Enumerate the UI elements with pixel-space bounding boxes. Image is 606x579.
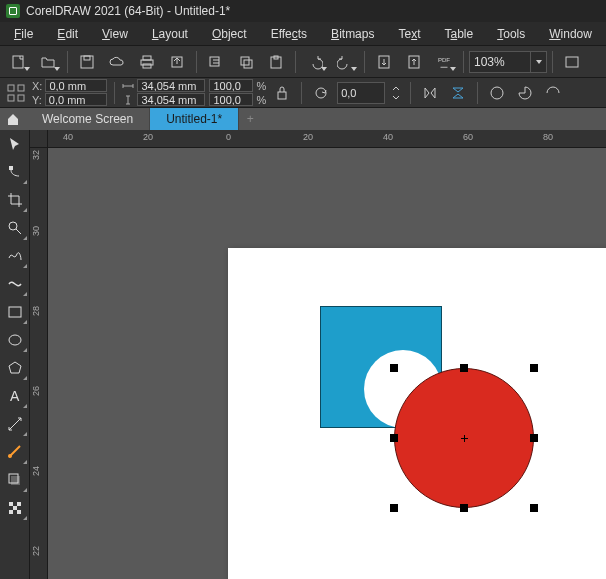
property-separator bbox=[410, 82, 411, 104]
menu-view[interactable]: View bbox=[92, 24, 138, 44]
drawing-canvas[interactable] bbox=[48, 148, 606, 579]
fullscreen-button[interactable] bbox=[558, 49, 586, 75]
menu-layout[interactable]: Layout bbox=[142, 24, 198, 44]
canvas-area[interactable]: 40 20 0 20 40 60 80 1 32 30 28 26 24 22 bbox=[30, 130, 606, 579]
home-tab[interactable] bbox=[0, 108, 26, 130]
save-button[interactable] bbox=[73, 49, 101, 75]
ellipse-button[interactable] bbox=[485, 81, 509, 105]
menu-window[interactable]: Window bbox=[539, 24, 602, 44]
selection-handle-bl[interactable] bbox=[390, 504, 398, 512]
print-button[interactable] bbox=[133, 49, 161, 75]
menu-file[interactable]: File bbox=[4, 24, 43, 44]
selection-handle-ml[interactable] bbox=[390, 434, 398, 442]
ruler-tick: 80 bbox=[543, 132, 553, 142]
svg-rect-16 bbox=[8, 85, 14, 91]
arc-button[interactable] bbox=[541, 81, 565, 105]
ruler-tick: 26 bbox=[31, 386, 41, 396]
zoom-input[interactable] bbox=[469, 51, 531, 73]
position-group: X: Y: bbox=[32, 79, 107, 106]
zoom-level[interactable] bbox=[469, 51, 547, 73]
scale-y-input[interactable] bbox=[209, 93, 253, 106]
undo-button[interactable] bbox=[301, 49, 329, 75]
copy-button[interactable] bbox=[232, 49, 260, 75]
menu-bar: File Edit View Layout Object Effects Bit… bbox=[0, 22, 606, 46]
artistic-media-tool[interactable] bbox=[0, 270, 29, 298]
toolbar-separator bbox=[552, 51, 553, 73]
publish-button[interactable] bbox=[163, 49, 191, 75]
menu-text[interactable]: Text bbox=[388, 24, 430, 44]
export-button[interactable] bbox=[400, 49, 428, 75]
ruler-tick: 32 bbox=[31, 150, 41, 160]
toolbox: A bbox=[0, 130, 30, 579]
selection-handle-tr[interactable] bbox=[530, 364, 538, 372]
freehand-tool[interactable] bbox=[0, 242, 29, 270]
paste-button[interactable] bbox=[262, 49, 290, 75]
connector-tool[interactable] bbox=[0, 438, 29, 466]
shape-tool[interactable] bbox=[0, 158, 29, 186]
selection-handle-mr[interactable] bbox=[530, 434, 538, 442]
rectangle-tool[interactable] bbox=[0, 298, 29, 326]
svg-rect-35 bbox=[17, 510, 21, 514]
x-input[interactable] bbox=[45, 79, 107, 92]
rotation-input[interactable] bbox=[337, 82, 385, 104]
svg-rect-3 bbox=[143, 56, 151, 60]
open-button[interactable] bbox=[34, 49, 62, 75]
svg-rect-0 bbox=[13, 56, 23, 68]
page[interactable] bbox=[228, 248, 606, 579]
publish-pdf-button[interactable]: PDF bbox=[430, 49, 458, 75]
scale-group: % % bbox=[209, 79, 266, 106]
polygon-tool[interactable] bbox=[0, 354, 29, 382]
svg-rect-34 bbox=[9, 510, 13, 514]
transparency-tool[interactable] bbox=[0, 494, 29, 522]
drop-shadow-tool[interactable] bbox=[0, 466, 29, 494]
zoom-dropdown[interactable] bbox=[531, 51, 547, 73]
menu-edit[interactable]: Edit bbox=[47, 24, 88, 44]
document-tab[interactable]: Untitled-1* bbox=[150, 108, 239, 130]
ellipse-tool[interactable] bbox=[0, 326, 29, 354]
svg-rect-15 bbox=[566, 57, 578, 67]
new-tab-button[interactable]: + bbox=[239, 108, 261, 130]
menu-bitmaps[interactable]: Bitmaps bbox=[321, 24, 384, 44]
text-tool[interactable]: A bbox=[0, 382, 29, 410]
crop-tool[interactable] bbox=[0, 186, 29, 214]
toolbar-separator bbox=[67, 51, 68, 73]
property-bar: X: Y: % % bbox=[0, 78, 606, 108]
menu-object[interactable]: Object bbox=[202, 24, 257, 44]
y-input[interactable] bbox=[45, 93, 107, 106]
ruler-tick: 22 bbox=[31, 546, 41, 556]
pick-tool[interactable] bbox=[0, 130, 29, 158]
redo-button[interactable] bbox=[331, 49, 359, 75]
height-input[interactable] bbox=[137, 93, 205, 106]
welcome-tab[interactable]: Welcome Screen bbox=[26, 108, 150, 130]
ruler-tick: 24 bbox=[31, 466, 41, 476]
scale-unit-1: % bbox=[256, 80, 266, 92]
width-input[interactable] bbox=[137, 79, 205, 92]
mirror-h-button[interactable] bbox=[418, 81, 442, 105]
cut-button[interactable] bbox=[202, 49, 230, 75]
toolbar-separator bbox=[196, 51, 197, 73]
selection-handle-tm[interactable] bbox=[460, 364, 468, 372]
import-button[interactable] bbox=[370, 49, 398, 75]
dimension-tool[interactable] bbox=[0, 410, 29, 438]
mirror-v-button[interactable] bbox=[446, 81, 470, 105]
pie-button[interactable] bbox=[513, 81, 537, 105]
rotation-stepper[interactable] bbox=[389, 81, 403, 105]
scale-x-input[interactable] bbox=[209, 79, 253, 92]
ruler-origin[interactable] bbox=[30, 130, 48, 148]
menu-table[interactable]: Table bbox=[435, 24, 484, 44]
cloud-button[interactable] bbox=[103, 49, 131, 75]
selection-handle-tl[interactable] bbox=[390, 364, 398, 372]
selection-handle-bm[interactable] bbox=[460, 504, 468, 512]
selection-center[interactable] bbox=[461, 435, 468, 442]
new-button[interactable] bbox=[4, 49, 32, 75]
selection-handle-br[interactable] bbox=[530, 504, 538, 512]
horizontal-ruler[interactable]: 40 20 0 20 40 60 80 1 bbox=[48, 130, 606, 148]
object-position-icon bbox=[4, 81, 28, 105]
menu-tools[interactable]: Tools bbox=[487, 24, 535, 44]
menu-effects[interactable]: Effects bbox=[261, 24, 317, 44]
property-separator bbox=[301, 82, 302, 104]
lock-ratio-button[interactable] bbox=[270, 81, 294, 105]
zoom-tool[interactable] bbox=[0, 214, 29, 242]
vertical-ruler[interactable]: 32 30 28 26 24 22 bbox=[30, 148, 48, 579]
svg-rect-29 bbox=[11, 476, 20, 485]
